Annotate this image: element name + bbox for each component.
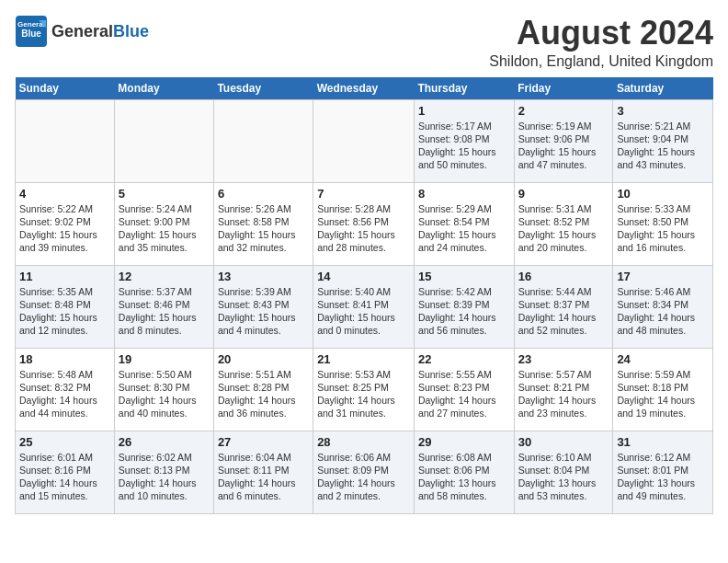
calendar-cell: 24Sunrise: 5:59 AM Sunset: 8:18 PM Dayli…	[613, 348, 713, 431]
calendar-cell: 31Sunrise: 6:12 AM Sunset: 8:01 PM Dayli…	[613, 431, 713, 513]
day-info: Sunrise: 5:57 AM Sunset: 8:21 PM Dayligh…	[518, 368, 609, 420]
day-info: Sunrise: 6:02 AM Sunset: 8:13 PM Dayligh…	[119, 451, 210, 503]
day-number: 21	[317, 352, 410, 366]
calendar-cell: 26Sunrise: 6:02 AM Sunset: 8:13 PM Dayli…	[114, 431, 213, 513]
day-number: 9	[518, 187, 609, 201]
day-info: Sunrise: 5:24 AM Sunset: 9:00 PM Dayligh…	[119, 202, 210, 255]
day-number: 31	[617, 435, 709, 449]
calendar-cell: 20Sunrise: 5:51 AM Sunset: 8:28 PM Dayli…	[213, 348, 313, 431]
week-row-1: 1Sunrise: 5:17 AM Sunset: 9:08 PM Daylig…	[16, 99, 713, 182]
day-info: Sunrise: 5:39 AM Sunset: 8:43 PM Dayligh…	[218, 285, 309, 338]
day-info: Sunrise: 5:50 AM Sunset: 8:30 PM Dayligh…	[119, 368, 210, 420]
day-number: 30	[518, 435, 609, 449]
day-number: 24	[617, 352, 709, 366]
day-info: Sunrise: 6:08 AM Sunset: 8:06 PM Dayligh…	[418, 451, 510, 503]
weekday-header-monday: Monday	[114, 77, 213, 100]
page-header: General Blue GeneralBlue August 2024 Shi…	[15, 15, 713, 70]
day-number: 12	[119, 270, 210, 283]
day-number: 11	[19, 270, 110, 283]
day-number: 3	[617, 104, 709, 118]
calendar-cell: 27Sunrise: 6:04 AM Sunset: 8:11 PM Dayli…	[213, 431, 313, 513]
calendar-body: 1Sunrise: 5:17 AM Sunset: 9:08 PM Daylig…	[16, 99, 713, 513]
day-number: 15	[418, 270, 510, 283]
calendar-cell	[313, 99, 415, 182]
day-number: 6	[218, 187, 309, 201]
calendar-cell: 8Sunrise: 5:29 AM Sunset: 8:54 PM Daylig…	[414, 182, 514, 265]
day-number: 14	[317, 270, 410, 283]
weekday-header-sunday: Sunday	[16, 77, 115, 100]
day-info: Sunrise: 5:33 AM Sunset: 8:50 PM Dayligh…	[617, 202, 709, 255]
day-info: Sunrise: 5:46 AM Sunset: 8:34 PM Dayligh…	[617, 285, 709, 338]
day-info: Sunrise: 6:01 AM Sunset: 8:16 PM Dayligh…	[19, 451, 110, 503]
day-info: Sunrise: 5:17 AM Sunset: 9:08 PM Dayligh…	[418, 120, 510, 172]
calendar-cell: 10Sunrise: 5:33 AM Sunset: 8:50 PM Dayli…	[613, 182, 713, 265]
day-number: 26	[119, 435, 210, 449]
location-subtitle: Shildon, England, United Kingdom	[489, 53, 713, 70]
calendar-cell	[16, 99, 115, 182]
day-number: 13	[218, 270, 309, 283]
day-info: Sunrise: 5:53 AM Sunset: 8:25 PM Dayligh…	[317, 368, 410, 420]
calendar-cell: 4Sunrise: 5:22 AM Sunset: 9:02 PM Daylig…	[16, 182, 115, 265]
day-info: Sunrise: 5:31 AM Sunset: 8:52 PM Dayligh…	[518, 202, 609, 255]
svg-text:Blue: Blue	[21, 29, 41, 39]
day-number: 1	[418, 104, 510, 118]
day-number: 20	[218, 352, 309, 366]
weekday-header-thursday: Thursday	[414, 77, 514, 100]
calendar-cell	[213, 99, 313, 182]
day-number: 19	[119, 352, 210, 366]
day-number: 29	[418, 435, 510, 449]
calendar-cell: 2Sunrise: 5:19 AM Sunset: 9:06 PM Daylig…	[514, 99, 613, 182]
calendar-cell: 19Sunrise: 5:50 AM Sunset: 8:30 PM Dayli…	[114, 348, 213, 431]
calendar-cell: 15Sunrise: 5:42 AM Sunset: 8:39 PM Dayli…	[414, 265, 514, 348]
day-info: Sunrise: 5:22 AM Sunset: 9:02 PM Dayligh…	[19, 202, 110, 255]
day-info: Sunrise: 5:37 AM Sunset: 8:46 PM Dayligh…	[119, 285, 210, 338]
week-row-3: 11Sunrise: 5:35 AM Sunset: 8:48 PM Dayli…	[16, 265, 713, 348]
logo: General Blue GeneralBlue	[15, 15, 149, 48]
day-info: Sunrise: 5:26 AM Sunset: 8:58 PM Dayligh…	[218, 202, 309, 255]
logo-general: General	[51, 22, 113, 40]
day-number: 28	[317, 435, 410, 449]
day-number: 10	[617, 187, 709, 201]
day-info: Sunrise: 6:10 AM Sunset: 8:04 PM Dayligh…	[518, 451, 609, 503]
calendar-cell: 13Sunrise: 5:39 AM Sunset: 8:43 PM Dayli…	[213, 265, 313, 348]
calendar-cell: 29Sunrise: 6:08 AM Sunset: 8:06 PM Dayli…	[414, 431, 514, 513]
calendar-cell: 18Sunrise: 5:48 AM Sunset: 8:32 PM Dayli…	[16, 348, 115, 431]
calendar-cell: 25Sunrise: 6:01 AM Sunset: 8:16 PM Dayli…	[16, 431, 115, 513]
logo-text: GeneralBlue	[51, 22, 149, 41]
calendar-cell: 11Sunrise: 5:35 AM Sunset: 8:48 PM Dayli…	[16, 265, 115, 348]
day-info: Sunrise: 5:51 AM Sunset: 8:28 PM Dayligh…	[218, 368, 309, 420]
calendar-cell: 22Sunrise: 5:55 AM Sunset: 8:23 PM Dayli…	[414, 348, 514, 431]
day-number: 5	[119, 187, 210, 201]
week-row-2: 4Sunrise: 5:22 AM Sunset: 9:02 PM Daylig…	[16, 182, 713, 265]
day-info: Sunrise: 5:35 AM Sunset: 8:48 PM Dayligh…	[19, 285, 110, 338]
day-info: Sunrise: 5:48 AM Sunset: 8:32 PM Dayligh…	[19, 368, 110, 420]
day-info: Sunrise: 5:42 AM Sunset: 8:39 PM Dayligh…	[418, 285, 510, 338]
title-area: August 2024 Shildon, England, United Kin…	[489, 15, 713, 70]
calendar-cell: 17Sunrise: 5:46 AM Sunset: 8:34 PM Dayli…	[613, 265, 713, 348]
calendar-cell	[114, 99, 213, 182]
day-number: 25	[19, 435, 110, 449]
day-number: 4	[19, 187, 110, 201]
calendar-cell: 9Sunrise: 5:31 AM Sunset: 8:52 PM Daylig…	[514, 182, 613, 265]
week-row-4: 18Sunrise: 5:48 AM Sunset: 8:32 PM Dayli…	[16, 348, 713, 431]
day-info: Sunrise: 5:55 AM Sunset: 8:23 PM Dayligh…	[418, 368, 510, 420]
calendar-cell: 12Sunrise: 5:37 AM Sunset: 8:46 PM Dayli…	[114, 265, 213, 348]
calendar-table: SundayMondayTuesdayWednesdayThursdayFrid…	[15, 77, 713, 514]
weekday-header-saturday: Saturday	[613, 77, 713, 100]
calendar-cell: 28Sunrise: 6:06 AM Sunset: 8:09 PM Dayli…	[313, 431, 415, 513]
day-info: Sunrise: 5:28 AM Sunset: 8:56 PM Dayligh…	[317, 202, 410, 255]
weekday-header-wednesday: Wednesday	[313, 77, 415, 100]
day-number: 2	[518, 104, 609, 118]
weekday-header-row: SundayMondayTuesdayWednesdayThursdayFrid…	[16, 77, 713, 100]
calendar-cell: 23Sunrise: 5:57 AM Sunset: 8:21 PM Dayli…	[514, 348, 613, 431]
calendar-cell: 5Sunrise: 5:24 AM Sunset: 9:00 PM Daylig…	[114, 182, 213, 265]
day-number: 23	[518, 352, 609, 366]
day-info: Sunrise: 5:44 AM Sunset: 8:37 PM Dayligh…	[518, 285, 609, 338]
day-number: 7	[317, 187, 410, 201]
day-number: 8	[418, 187, 510, 201]
logo-icon: General Blue	[15, 15, 48, 48]
day-info: Sunrise: 6:06 AM Sunset: 8:09 PM Dayligh…	[317, 451, 410, 503]
calendar-cell: 21Sunrise: 5:53 AM Sunset: 8:25 PM Dayli…	[313, 348, 415, 431]
calendar-cell: 30Sunrise: 6:10 AM Sunset: 8:04 PM Dayli…	[514, 431, 613, 513]
weekday-header-tuesday: Tuesday	[213, 77, 313, 100]
